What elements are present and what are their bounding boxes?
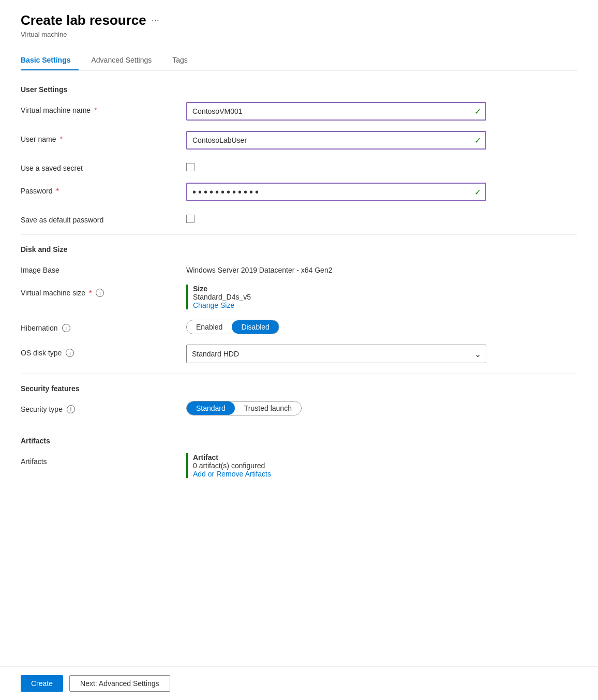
separator-3: [21, 426, 577, 426]
security-type-toggle-group: Standard Trusted launch: [186, 401, 302, 415]
security-type-label: Security type i: [21, 401, 186, 413]
artifacts-label: Artifacts: [21, 453, 186, 466]
add-remove-artifacts-link[interactable]: Add or Remove Artifacts: [193, 470, 271, 478]
password-input[interactable]: [186, 183, 486, 201]
tab-advanced-settings[interactable]: Advanced Settings: [91, 51, 160, 70]
security-type-info-icon[interactable]: i: [67, 405, 75, 413]
save-default-password-row: Save as default password: [21, 212, 577, 224]
vm-name-check-icon: ✓: [474, 107, 481, 116]
vm-size-label: Virtual machine size * i: [21, 285, 186, 297]
separator-1: [21, 234, 577, 235]
tabs-bar: Basic Settings Advanced Settings Tags: [21, 51, 577, 71]
vm-name-control: ✓: [186, 102, 486, 121]
saved-secret-row: Use a saved secret: [21, 160, 577, 172]
saved-secret-control: [186, 160, 486, 171]
user-settings-header: User Settings: [21, 85, 577, 94]
os-disk-dropdown[interactable]: Standard HDD Standard SSD Premium SSD: [186, 345, 486, 363]
username-input-wrapper: ✓: [186, 131, 486, 150]
artifact-block: Artifact 0 artifact(s) configured Add or…: [186, 453, 486, 478]
username-label: User name *: [21, 131, 186, 143]
image-base-label: Image Base: [21, 262, 186, 274]
more-options-icon[interactable]: ···: [152, 15, 159, 26]
vm-name-label: Virtual machine name *: [21, 102, 186, 114]
username-input[interactable]: [186, 131, 486, 150]
password-required: *: [56, 187, 58, 195]
vm-name-required: *: [94, 106, 97, 114]
disk-and-size-header: Disk and Size: [21, 245, 577, 254]
hibernation-disabled-option[interactable]: Disabled: [232, 320, 278, 334]
artifact-heading: Artifact: [193, 453, 486, 461]
hibernation-row: Hibernation i Enabled Disabled: [21, 320, 577, 334]
image-base-control: Windows Server 2019 Datacenter - x64 Gen…: [186, 262, 486, 274]
save-default-password-checkbox-wrapper: [186, 212, 486, 223]
hibernation-control: Enabled Disabled: [186, 320, 486, 334]
save-default-password-control: [186, 212, 486, 223]
hibernation-enabled-option[interactable]: Enabled: [187, 320, 232, 334]
security-type-row: Security type i Standard Trusted launch: [21, 401, 577, 415]
page-title: Create lab resource: [21, 12, 146, 28]
username-check-icon: ✓: [474, 136, 481, 145]
os-disk-dropdown-wrapper: Standard HDD Standard SSD Premium SSD ⌄: [186, 345, 486, 363]
security-type-control: Standard Trusted launch: [186, 401, 486, 415]
password-control: ✓: [186, 183, 486, 201]
image-base-row: Image Base Windows Server 2019 Datacente…: [21, 262, 577, 274]
security-trusted-launch-option[interactable]: Trusted launch: [235, 401, 301, 415]
username-control: ✓: [186, 131, 486, 150]
os-disk-info-icon[interactable]: i: [66, 349, 74, 357]
save-default-password-label: Save as default password: [21, 212, 186, 224]
vm-name-row: Virtual machine name * ✓: [21, 102, 577, 121]
artifacts-section-header: Artifacts: [21, 437, 577, 445]
vm-size-control: Size Standard_D4s_v5 Change Size: [186, 285, 486, 309]
artifacts-row: Artifacts Artifact 0 artifact(s) configu…: [21, 453, 577, 478]
artifact-count: 0 artifact(s) configured: [193, 461, 486, 470]
image-base-value: Windows Server 2019 Datacenter - x64 Gen…: [186, 262, 486, 274]
vm-name-input[interactable]: [186, 102, 486, 121]
next-advanced-settings-button[interactable]: Next: Advanced Settings: [69, 675, 170, 692]
os-disk-control: Standard HDD Standard SSD Premium SSD ⌄: [186, 345, 486, 363]
size-block: Size Standard_D4s_v5 Change Size: [186, 285, 486, 309]
tab-basic-settings[interactable]: Basic Settings: [21, 51, 79, 70]
footer: Create Next: Advanced Settings: [0, 666, 598, 700]
vm-size-info-icon[interactable]: i: [96, 289, 104, 297]
hibernation-label: Hibernation i: [21, 320, 186, 332]
security-features-header: Security features: [21, 384, 577, 393]
password-input-wrapper: ✓: [186, 183, 486, 201]
artifacts-control: Artifact 0 artifact(s) configured Add or…: [186, 453, 486, 478]
hibernation-info-icon[interactable]: i: [62, 324, 70, 332]
vm-size-row: Virtual machine size * i Size Standard_D…: [21, 285, 577, 309]
security-standard-option[interactable]: Standard: [187, 401, 235, 415]
vm-name-input-wrapper: ✓: [186, 102, 486, 121]
hibernation-toggle-group: Enabled Disabled: [186, 320, 279, 334]
os-disk-label: OS disk type i: [21, 345, 186, 357]
vm-size-required: *: [89, 289, 92, 297]
create-button[interactable]: Create: [21, 675, 63, 692]
page-subtitle: Virtual machine: [21, 31, 577, 38]
size-heading: Size: [193, 285, 486, 293]
password-row: Password * ✓: [21, 183, 577, 201]
saved-secret-checkbox-wrapper: [186, 160, 486, 171]
username-required: *: [59, 135, 62, 143]
save-default-password-checkbox[interactable]: [186, 215, 195, 223]
password-check-icon: ✓: [474, 187, 481, 197]
username-row: User name * ✓: [21, 131, 577, 150]
tab-tags[interactable]: Tags: [172, 51, 196, 70]
os-disk-row: OS disk type i Standard HDD Standard SSD…: [21, 345, 577, 363]
saved-secret-checkbox[interactable]: [186, 163, 195, 171]
saved-secret-label: Use a saved secret: [21, 160, 186, 172]
size-value: Standard_D4s_v5: [193, 293, 486, 301]
change-size-link[interactable]: Change Size: [193, 301, 234, 309]
separator-2: [21, 374, 577, 374]
password-label: Password *: [21, 183, 186, 195]
